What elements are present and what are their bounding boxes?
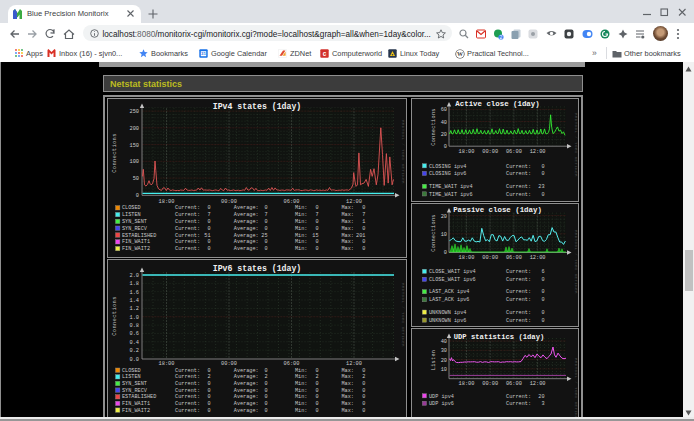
svg-text:Max:: Max: bbox=[341, 394, 353, 400]
svg-text:7: 7 bbox=[315, 212, 318, 218]
svg-text:0: 0 bbox=[264, 388, 267, 394]
svg-text:IPv4 states (1day): IPv4 states (1day) bbox=[213, 102, 301, 111]
svg-text:Average:: Average: bbox=[234, 394, 259, 400]
svg-text:0: 0 bbox=[264, 408, 267, 414]
svg-text:Max:: Max: bbox=[341, 388, 353, 394]
svg-text:Max:: Max: bbox=[341, 408, 353, 414]
svg-text:CLOSING ipv4: CLOSING ipv4 bbox=[429, 164, 466, 170]
svg-text:UDP ipv6: UDP ipv6 bbox=[429, 401, 454, 407]
svg-text:RRDTOOL / TOBI OETIKER: RRDTOOL / TOBI OETIKER bbox=[574, 358, 578, 421]
svg-text:0: 0 bbox=[362, 226, 365, 232]
svg-text:0: 0 bbox=[362, 394, 365, 400]
svg-text:20: 20 bbox=[441, 132, 447, 138]
svg-text:LISTEN: LISTEN bbox=[122, 212, 141, 218]
svg-text:0: 0 bbox=[315, 401, 318, 407]
svg-text:18:00: 18:00 bbox=[459, 149, 475, 155]
svg-text:0: 0 bbox=[264, 246, 267, 252]
svg-text:2: 2 bbox=[315, 374, 318, 380]
svg-text:Max:: Max: bbox=[341, 212, 353, 218]
svg-text:Average:: Average: bbox=[234, 226, 259, 232]
svg-text:2: 2 bbox=[207, 374, 210, 380]
svg-text:Min:: Min: bbox=[295, 368, 307, 374]
svg-text:12:00: 12:00 bbox=[346, 361, 362, 367]
svg-text:Max:: Max: bbox=[341, 381, 353, 387]
svg-text:0: 0 bbox=[207, 388, 210, 394]
svg-text:0: 0 bbox=[315, 239, 318, 245]
svg-text:Min:: Min: bbox=[295, 205, 307, 211]
svg-text:Min:: Min: bbox=[295, 219, 307, 225]
svg-text:Current:: Current: bbox=[506, 297, 531, 303]
svg-text:7: 7 bbox=[264, 212, 267, 218]
svg-text:Current:: Current: bbox=[506, 192, 531, 198]
svg-text:RRDTOOL / TOBI OETIKER: RRDTOOL / TOBI OETIKER bbox=[401, 283, 405, 347]
svg-text:RRDTOOL / TOBI OETIKER: RRDTOOL / TOBI OETIKER bbox=[574, 113, 578, 177]
svg-text:Min:: Min: bbox=[295, 394, 307, 400]
svg-text:0: 0 bbox=[207, 205, 210, 211]
svg-text:RRDTOOL / TOBI OETIKER: RRDTOOL / TOBI OETIKER bbox=[574, 230, 578, 294]
svg-text:Max:: Max: bbox=[341, 239, 353, 245]
svg-text:Current:: Current: bbox=[175, 368, 200, 374]
svg-text:Average:: Average: bbox=[234, 388, 259, 394]
svg-text:0: 0 bbox=[264, 219, 267, 225]
svg-text:FIN_WAIT2: FIN_WAIT2 bbox=[122, 246, 150, 252]
svg-text:Current:: Current: bbox=[175, 205, 200, 211]
svg-text:25: 25 bbox=[261, 233, 267, 239]
svg-text:Current:: Current: bbox=[506, 269, 531, 275]
svg-text:Current:: Current: bbox=[175, 381, 200, 387]
svg-text:0: 0 bbox=[541, 297, 544, 303]
svg-text:7: 7 bbox=[207, 212, 210, 218]
svg-text:0.4: 0.4 bbox=[129, 340, 139, 346]
svg-text:0: 0 bbox=[541, 310, 544, 316]
svg-text:FIN_WAIT1: FIN_WAIT1 bbox=[122, 401, 150, 407]
svg-text:0: 0 bbox=[207, 226, 210, 232]
svg-text:Min:: Min: bbox=[295, 212, 307, 218]
svg-text:UDP ipv4: UDP ipv4 bbox=[429, 394, 454, 400]
svg-text:Max:: Max: bbox=[341, 401, 353, 407]
svg-text:2: 2 bbox=[362, 374, 365, 380]
svg-text:1.8: 1.8 bbox=[129, 281, 139, 287]
svg-text:0: 0 bbox=[541, 289, 544, 295]
svg-text:Passive close (1day): Passive close (1day) bbox=[453, 206, 542, 214]
svg-text:Max:: Max: bbox=[341, 374, 353, 380]
svg-text:FIN_WAIT2: FIN_WAIT2 bbox=[122, 408, 150, 414]
svg-text:0: 0 bbox=[362, 401, 365, 407]
svg-text:0: 0 bbox=[264, 394, 267, 400]
svg-text:UNKNOWN ipv4: UNKNOWN ipv4 bbox=[429, 310, 466, 316]
svg-text:0: 0 bbox=[264, 401, 267, 407]
svg-text:0: 0 bbox=[315, 368, 318, 374]
svg-text:Current:: Current: bbox=[175, 239, 200, 245]
svg-text:0: 0 bbox=[315, 394, 318, 400]
svg-text:Min:: Min: bbox=[295, 408, 307, 414]
svg-text:CLOSED: CLOSED bbox=[122, 368, 141, 374]
svg-text:Connections: Connections bbox=[111, 296, 118, 336]
svg-text:CLOSED: CLOSED bbox=[122, 205, 141, 211]
svg-text:Current:: Current: bbox=[506, 310, 531, 316]
svg-text:Listen: Listen bbox=[431, 350, 437, 370]
svg-text:40: 40 bbox=[441, 120, 447, 126]
svg-text:10: 10 bbox=[441, 367, 447, 373]
svg-text:1.6: 1.6 bbox=[129, 290, 139, 296]
svg-text:SYN_SENT: SYN_SENT bbox=[122, 381, 147, 387]
svg-text:0: 0 bbox=[207, 408, 210, 414]
svg-text:Max:: Max: bbox=[341, 368, 353, 374]
svg-text:0: 0 bbox=[362, 368, 365, 374]
svg-text:00:00: 00:00 bbox=[482, 381, 498, 387]
svg-text:0: 0 bbox=[444, 144, 447, 150]
svg-text:0.2: 0.2 bbox=[129, 348, 139, 354]
svg-text:LISTEN: LISTEN bbox=[122, 374, 141, 380]
svg-text:TIME_WAIT ipv4: TIME_WAIT ipv4 bbox=[429, 184, 473, 190]
svg-text:20: 20 bbox=[538, 394, 544, 400]
svg-text:0: 0 bbox=[541, 277, 544, 283]
svg-text:0: 0 bbox=[362, 239, 365, 245]
svg-text:Min:: Min: bbox=[295, 226, 307, 232]
svg-text:51: 51 bbox=[204, 233, 210, 239]
svg-text:06:00: 06:00 bbox=[506, 381, 522, 387]
svg-text:Min:: Min: bbox=[295, 381, 307, 387]
svg-text:06:00: 06:00 bbox=[506, 149, 522, 155]
svg-text:0: 0 bbox=[207, 368, 210, 374]
svg-text:CLOSING ipv6: CLOSING ipv6 bbox=[429, 171, 466, 177]
svg-text:Average:: Average: bbox=[234, 368, 259, 374]
svg-text:Connections: Connections bbox=[431, 108, 437, 146]
svg-text:3: 3 bbox=[541, 401, 544, 407]
svg-text:Max:: Max: bbox=[341, 233, 353, 239]
